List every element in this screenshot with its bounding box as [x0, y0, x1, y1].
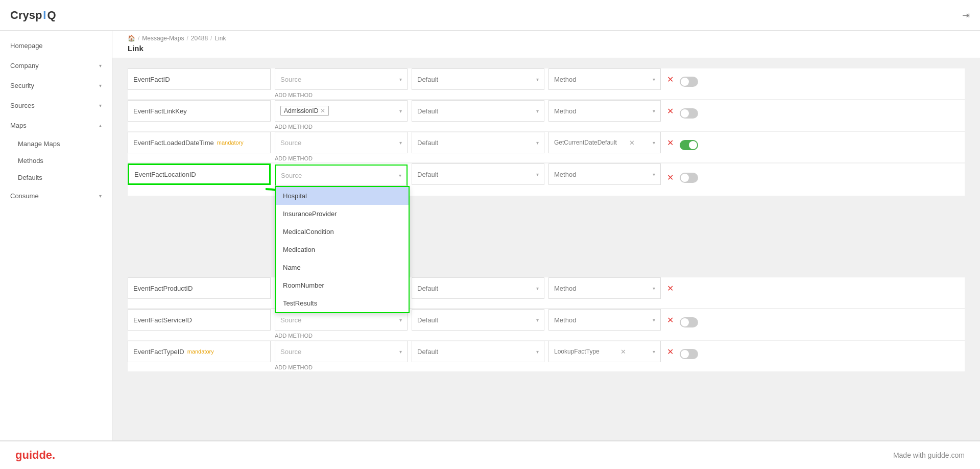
- sidebar-item-security[interactable]: Security ▾: [0, 76, 112, 96]
- source-select-eventfactlinkkey[interactable]: AdmissionID ✕ ▾: [275, 100, 408, 122]
- source-select-eventfactid[interactable]: Source ▾: [275, 68, 408, 90]
- add-method-eventfactloadeddatetime[interactable]: ADD METHOD: [275, 154, 965, 162]
- chevron-down-icon: ▾: [99, 103, 102, 108]
- dropdown-item-medicalcondition[interactable]: MedicalCondition: [276, 223, 409, 241]
- field-label-eventfactproductid: EventFactProductID: [128, 277, 271, 299]
- default-select-eventfactproductid[interactable]: Default ▾: [412, 277, 544, 299]
- field-row-eventfactlinkkey: EventFactLinkKey AdmissionID ✕ ▾: [128, 100, 965, 131]
- toggle-eventfactserviceid[interactable]: [680, 317, 698, 327]
- delete-button-eventfactlinkkey[interactable]: ✕: [665, 102, 676, 120]
- source-select-eventfacttypeid[interactable]: Source ▾: [275, 341, 408, 362]
- method-select-eventfactserviceid[interactable]: Method ▾: [548, 309, 661, 331]
- home-icon: 🏠: [128, 35, 135, 42]
- default-select-eventfactloadeddatetime[interactable]: Default ▾: [412, 132, 544, 153]
- delete-button-eventfactid[interactable]: ✕: [665, 71, 676, 88]
- chevron-down-icon: ▾: [653, 140, 655, 146]
- clear-method-icon[interactable]: ✕: [620, 348, 626, 356]
- delete-button-eventfactlocationid[interactable]: ✕: [665, 169, 676, 186]
- field-label-eventfactid: EventFactID: [128, 68, 271, 90]
- add-method-eventfactserviceid[interactable]: ADD METHOD: [275, 332, 965, 340]
- delete-button-eventfacttypeid[interactable]: ✕: [665, 343, 676, 361]
- delete-button-eventfactserviceid[interactable]: ✕: [665, 311, 676, 329]
- default-select-eventfacttypeid[interactable]: Default ▾: [412, 341, 544, 362]
- sidebar-sub-item-manage-maps[interactable]: Manage Maps: [0, 135, 112, 152]
- sidebar-item-consume[interactable]: Consume ▾: [0, 186, 112, 206]
- sidebar-sub-item-methods[interactable]: Methods: [0, 152, 112, 169]
- source-select-eventfactloadeddatetime[interactable]: Source ▾: [275, 132, 408, 153]
- toggle-eventfactid[interactable]: [680, 77, 698, 87]
- source-dropdown-list: Hospital InsuranceProvider MedicalCondit…: [275, 186, 410, 313]
- chevron-down-icon: ▾: [399, 77, 402, 82]
- method-select-eventfactloadeddatetime[interactable]: GetCurrentDateDefault ✕ ▾: [548, 132, 661, 153]
- chevron-down-icon: ▾: [536, 140, 539, 146]
- chevron-down-icon: ▾: [399, 349, 402, 355]
- field-label-eventfacttypeid: EventFactTypeID mandatory: [128, 341, 271, 362]
- toggle-eventfacttypeid[interactable]: [680, 349, 698, 359]
- chevron-down-icon: ▾: [653, 108, 655, 114]
- sidebar-item-sources[interactable]: Sources ▾: [0, 96, 112, 115]
- dropdown-item-insuranceprovider[interactable]: InsuranceProvider: [276, 205, 409, 223]
- breadcrumb-message-maps[interactable]: Message-Maps: [142, 35, 184, 42]
- guidde-logo: guidde.: [15, 449, 55, 462]
- chevron-down-icon: ▾: [536, 349, 539, 355]
- add-method-eventfactlinkkey[interactable]: ADD METHOD: [275, 123, 965, 131]
- field-row-eventfacttypeid: EventFactTypeID mandatory Source ▾: [128, 341, 965, 371]
- dropdown-item-hospital[interactable]: Hospital: [276, 187, 409, 205]
- chevron-down-icon: ▾: [653, 317, 655, 323]
- main-layout: Homepage Company ▾ Security ▾ Sources ▾ …: [0, 31, 980, 440]
- toggle-eventfactlocationid[interactable]: [680, 173, 698, 183]
- chevron-down-icon: ▾: [653, 286, 655, 291]
- method-select-eventfactproductid[interactable]: Method ▾: [548, 277, 661, 299]
- chevron-down-icon: ▾: [653, 349, 655, 355]
- delete-button-eventfactproductid[interactable]: ✕: [665, 279, 676, 297]
- field-row-eventfactloadeddatetime: EventFactLoadedDateTime mandatory Source…: [128, 132, 965, 162]
- field-row-eventfactserviceid: EventFactServiceID Source ▾ Default: [128, 309, 965, 340]
- source-select-eventfactlocationid[interactable]: Source ▾: [275, 165, 408, 186]
- breadcrumb-wrapper: 🏠 / Message-Maps / 20488 / Link Link: [112, 31, 980, 58]
- clear-tag-icon[interactable]: ✕: [320, 107, 325, 114]
- field-row-eventfactproductid: EventFactProductID Source ▾ Default: [128, 277, 965, 308]
- chevron-down-icon: ▾: [536, 108, 539, 114]
- dropdown-item-roomnumber[interactable]: RoomNumber: [276, 276, 409, 294]
- add-method-eventfactid[interactable]: ADD METHOD: [275, 91, 965, 99]
- method-select-eventfactlinkkey[interactable]: Method ▾: [548, 100, 661, 122]
- delete-button-eventfactloadeddatetime[interactable]: ✕: [665, 134, 676, 152]
- chevron-down-icon: ▾: [99, 83, 102, 88]
- dropdown-item-medication[interactable]: Medication: [276, 241, 409, 259]
- sidebar-item-homepage[interactable]: Homepage: [0, 36, 112, 56]
- chevron-down-icon: ▾: [536, 286, 539, 291]
- add-method-eventfacttypeid[interactable]: ADD METHOD: [275, 363, 965, 371]
- chevron-up-icon: ▴: [99, 123, 102, 128]
- app-logo: CryspIQ: [10, 9, 56, 22]
- field-label-eventfactlinkkey: EventFactLinkKey: [128, 100, 271, 122]
- default-select-eventfactlocationid[interactable]: Default ▾: [412, 163, 544, 185]
- chevron-down-icon: ▾: [99, 63, 102, 68]
- default-select-eventfactlinkkey[interactable]: Default ▾: [412, 100, 544, 122]
- field-label-eventfactserviceid: EventFactServiceID: [128, 309, 271, 331]
- chevron-down-icon: ▾: [399, 317, 402, 323]
- method-select-eventfacttypeid[interactable]: LookupFactType ✕ ▾: [548, 341, 661, 362]
- dropdown-item-name[interactable]: Name: [276, 259, 409, 276]
- method-select-eventfactid[interactable]: Method ▾: [548, 68, 661, 90]
- sidebar-item-maps[interactable]: Maps ▴: [0, 115, 112, 135]
- page-title: Link: [128, 44, 965, 53]
- toggle-eventfactlinkkey[interactable]: [680, 108, 698, 119]
- dropdown-item-testresults[interactable]: TestResults: [276, 294, 409, 312]
- toggle-eventfactloadeddatetime[interactable]: [680, 140, 698, 150]
- breadcrumb-20488[interactable]: 20488: [191, 35, 208, 42]
- chevron-down-icon: ▾: [399, 140, 402, 146]
- chevron-down-icon: ▾: [536, 172, 539, 177]
- sidebar-sub-item-defaults[interactable]: Defaults: [0, 169, 112, 186]
- breadcrumb: 🏠 / Message-Maps / 20488 / Link: [128, 35, 965, 42]
- default-select-eventfactid[interactable]: Default ▾: [412, 68, 544, 90]
- logout-button[interactable]: ⇥: [962, 10, 970, 21]
- field-label-eventfactloadeddatetime: EventFactLoadedDateTime mandatory: [128, 132, 271, 153]
- chevron-down-icon: ▾: [399, 108, 402, 114]
- chevron-down-icon: ▾: [99, 193, 102, 199]
- field-label-eventfactlocationid: EventFactLocationID: [128, 163, 271, 185]
- field-row-eventfactlocationid: EventFactLocationID Source ▾: [128, 163, 965, 196]
- method-select-eventfactlocationid[interactable]: Method ▾: [548, 163, 661, 185]
- clear-method-icon[interactable]: ✕: [629, 139, 635, 147]
- default-select-eventfactserviceid[interactable]: Default ▾: [412, 309, 544, 331]
- sidebar-item-company[interactable]: Company ▾: [0, 56, 112, 76]
